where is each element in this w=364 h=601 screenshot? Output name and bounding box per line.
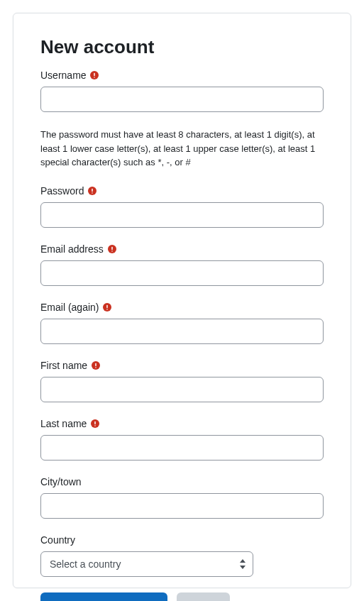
password-input[interactable] [40, 202, 324, 228]
country-select-wrap: Select a country [40, 551, 253, 577]
field-password: Password [40, 185, 324, 228]
country-label-text: Country [40, 534, 75, 546]
svg-rect-14 [95, 367, 96, 368]
required-icon [92, 361, 100, 370]
svg-rect-7 [111, 246, 113, 250]
username-label: Username [40, 70, 324, 81]
password-label: Password [40, 185, 324, 197]
page-title: New account [40, 36, 324, 58]
last-name-input[interactable] [40, 435, 324, 461]
field-last-name: Last name [40, 418, 324, 461]
field-first-name: First name [40, 360, 324, 402]
first-name-label: First name [40, 360, 324, 371]
email-again-input[interactable] [40, 319, 324, 344]
password-label-text: Password [40, 185, 84, 197]
svg-rect-8 [111, 250, 113, 252]
svg-rect-5 [92, 192, 94, 194]
svg-rect-16 [95, 421, 96, 424]
field-username: Username [40, 70, 324, 112]
first-name-input[interactable] [40, 377, 324, 402]
email-label-text: Email address [40, 243, 104, 255]
last-name-label: Last name [40, 418, 324, 429]
svg-rect-17 [95, 425, 96, 426]
country-select[interactable]: Select a country [40, 551, 253, 577]
field-email-again: Email (again) [40, 302, 324, 344]
city-input[interactable] [40, 493, 324, 519]
email-input[interactable] [40, 260, 324, 286]
required-icon [103, 303, 111, 311]
required-icon [91, 419, 99, 428]
required-icon [88, 187, 96, 195]
username-label-text: Username [40, 70, 87, 81]
button-row: Create my new account Cancel [40, 592, 324, 602]
city-label: City/town [40, 476, 324, 487]
svg-rect-11 [107, 309, 109, 310]
field-country: Country Select a country [40, 534, 324, 577]
field-city: City/town [40, 476, 324, 519]
email-label: Email address [40, 243, 324, 255]
username-input[interactable] [40, 87, 324, 112]
required-icon [108, 245, 116, 253]
email-again-label-text: Email (again) [40, 302, 99, 313]
field-email: Email address [40, 243, 324, 286]
submit-button[interactable]: Create my new account [40, 592, 167, 602]
signup-card: New account Username The password must h… [13, 13, 351, 588]
first-name-label-text: First name [40, 360, 87, 371]
email-again-label: Email (again) [40, 302, 324, 313]
password-policy-text: The password must have at least 8 charac… [40, 128, 324, 170]
city-label-text: City/town [40, 476, 82, 487]
country-label: Country [40, 534, 324, 546]
svg-rect-1 [94, 73, 96, 77]
required-icon [90, 71, 99, 79]
cancel-button[interactable]: Cancel [177, 592, 231, 602]
svg-rect-10 [107, 304, 109, 308]
svg-rect-4 [92, 188, 94, 192]
svg-rect-2 [94, 77, 96, 78]
svg-rect-13 [95, 363, 96, 366]
last-name-label-text: Last name [40, 418, 87, 429]
